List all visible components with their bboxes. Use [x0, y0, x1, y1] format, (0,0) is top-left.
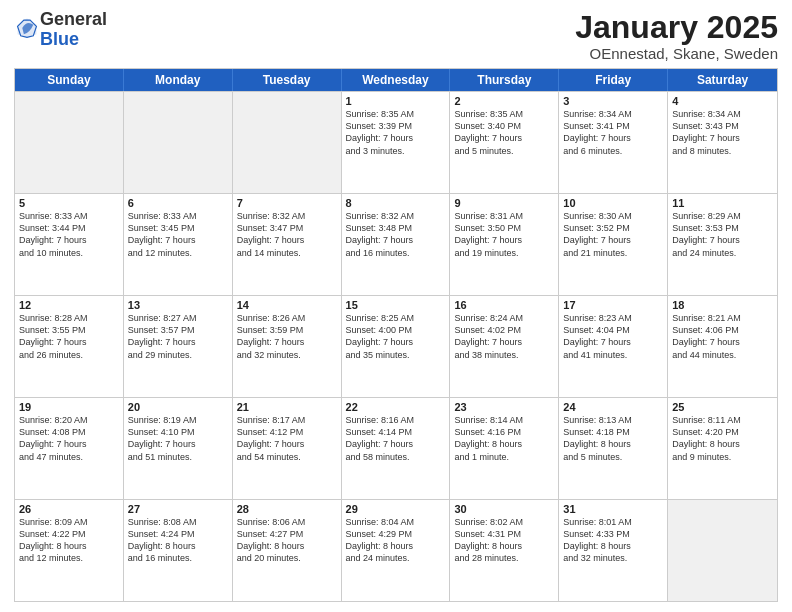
day-info: Sunrise: 8:11 AM Sunset: 4:20 PM Dayligh… — [672, 414, 773, 463]
day-number: 17 — [563, 299, 663, 311]
day-cell-22: 22Sunrise: 8:16 AM Sunset: 4:14 PM Dayli… — [342, 398, 451, 499]
day-number: 20 — [128, 401, 228, 413]
logo: General Blue — [14, 10, 107, 50]
day-number: 28 — [237, 503, 337, 515]
day-number: 25 — [672, 401, 773, 413]
day-number: 1 — [346, 95, 446, 107]
day-number: 30 — [454, 503, 554, 515]
day-info: Sunrise: 8:20 AM Sunset: 4:08 PM Dayligh… — [19, 414, 119, 463]
day-cell-26: 26Sunrise: 8:09 AM Sunset: 4:22 PM Dayli… — [15, 500, 124, 601]
day-cell-28: 28Sunrise: 8:06 AM Sunset: 4:27 PM Dayli… — [233, 500, 342, 601]
day-info: Sunrise: 8:08 AM Sunset: 4:24 PM Dayligh… — [128, 516, 228, 565]
day-info: Sunrise: 8:16 AM Sunset: 4:14 PM Dayligh… — [346, 414, 446, 463]
dow-cell-monday: Monday — [124, 69, 233, 91]
day-cell-2: 2Sunrise: 8:35 AM Sunset: 3:40 PM Daylig… — [450, 92, 559, 193]
dow-cell-saturday: Saturday — [668, 69, 777, 91]
day-cell-19: 19Sunrise: 8:20 AM Sunset: 4:08 PM Dayli… — [15, 398, 124, 499]
weeks: 1Sunrise: 8:35 AM Sunset: 3:39 PM Daylig… — [15, 91, 777, 601]
header: General Blue January 2025 OEnnestad, Ska… — [14, 10, 778, 62]
day-cell-empty — [668, 500, 777, 601]
day-number: 18 — [672, 299, 773, 311]
day-info: Sunrise: 8:33 AM Sunset: 3:45 PM Dayligh… — [128, 210, 228, 259]
day-number: 7 — [237, 197, 337, 209]
day-cell-7: 7Sunrise: 8:32 AM Sunset: 3:47 PM Daylig… — [233, 194, 342, 295]
day-cell-11: 11Sunrise: 8:29 AM Sunset: 3:53 PM Dayli… — [668, 194, 777, 295]
day-number: 5 — [19, 197, 119, 209]
dow-cell-thursday: Thursday — [450, 69, 559, 91]
day-number: 10 — [563, 197, 663, 209]
cal-subtitle: OEnnestad, Skane, Sweden — [575, 45, 778, 62]
day-info: Sunrise: 8:14 AM Sunset: 4:16 PM Dayligh… — [454, 414, 554, 463]
day-cell-empty — [124, 92, 233, 193]
day-info: Sunrise: 8:02 AM Sunset: 4:31 PM Dayligh… — [454, 516, 554, 565]
day-number: 19 — [19, 401, 119, 413]
day-info: Sunrise: 8:28 AM Sunset: 3:55 PM Dayligh… — [19, 312, 119, 361]
day-number: 2 — [454, 95, 554, 107]
day-info: Sunrise: 8:17 AM Sunset: 4:12 PM Dayligh… — [237, 414, 337, 463]
day-info: Sunrise: 8:27 AM Sunset: 3:57 PM Dayligh… — [128, 312, 228, 361]
day-number: 24 — [563, 401, 663, 413]
day-info: Sunrise: 8:32 AM Sunset: 3:48 PM Dayligh… — [346, 210, 446, 259]
dow-cell-tuesday: Tuesday — [233, 69, 342, 91]
dow-cell-wednesday: Wednesday — [342, 69, 451, 91]
day-info: Sunrise: 8:21 AM Sunset: 4:06 PM Dayligh… — [672, 312, 773, 361]
day-number: 4 — [672, 95, 773, 107]
day-cell-23: 23Sunrise: 8:14 AM Sunset: 4:16 PM Dayli… — [450, 398, 559, 499]
day-number: 16 — [454, 299, 554, 311]
day-cell-1: 1Sunrise: 8:35 AM Sunset: 3:39 PM Daylig… — [342, 92, 451, 193]
day-cell-25: 25Sunrise: 8:11 AM Sunset: 4:20 PM Dayli… — [668, 398, 777, 499]
day-info: Sunrise: 8:29 AM Sunset: 3:53 PM Dayligh… — [672, 210, 773, 259]
day-cell-24: 24Sunrise: 8:13 AM Sunset: 4:18 PM Dayli… — [559, 398, 668, 499]
day-cell-31: 31Sunrise: 8:01 AM Sunset: 4:33 PM Dayli… — [559, 500, 668, 601]
day-number: 29 — [346, 503, 446, 515]
day-info: Sunrise: 8:35 AM Sunset: 3:40 PM Dayligh… — [454, 108, 554, 157]
day-cell-30: 30Sunrise: 8:02 AM Sunset: 4:31 PM Dayli… — [450, 500, 559, 601]
day-number: 15 — [346, 299, 446, 311]
day-cell-13: 13Sunrise: 8:27 AM Sunset: 3:57 PM Dayli… — [124, 296, 233, 397]
day-cell-27: 27Sunrise: 8:08 AM Sunset: 4:24 PM Dayli… — [124, 500, 233, 601]
day-cell-14: 14Sunrise: 8:26 AM Sunset: 3:59 PM Dayli… — [233, 296, 342, 397]
day-number: 26 — [19, 503, 119, 515]
day-info: Sunrise: 8:04 AM Sunset: 4:29 PM Dayligh… — [346, 516, 446, 565]
day-cell-3: 3Sunrise: 8:34 AM Sunset: 3:41 PM Daylig… — [559, 92, 668, 193]
day-info: Sunrise: 8:06 AM Sunset: 4:27 PM Dayligh… — [237, 516, 337, 565]
logo-text: General Blue — [40, 10, 107, 50]
day-info: Sunrise: 8:25 AM Sunset: 4:00 PM Dayligh… — [346, 312, 446, 361]
day-cell-21: 21Sunrise: 8:17 AM Sunset: 4:12 PM Dayli… — [233, 398, 342, 499]
day-cell-29: 29Sunrise: 8:04 AM Sunset: 4:29 PM Dayli… — [342, 500, 451, 601]
day-number: 13 — [128, 299, 228, 311]
logo-blue: Blue — [40, 29, 79, 49]
week-row-3: 19Sunrise: 8:20 AM Sunset: 4:08 PM Dayli… — [15, 397, 777, 499]
week-row-4: 26Sunrise: 8:09 AM Sunset: 4:22 PM Dayli… — [15, 499, 777, 601]
day-cell-4: 4Sunrise: 8:34 AM Sunset: 3:43 PM Daylig… — [668, 92, 777, 193]
day-cell-5: 5Sunrise: 8:33 AM Sunset: 3:44 PM Daylig… — [15, 194, 124, 295]
day-number: 14 — [237, 299, 337, 311]
day-cell-10: 10Sunrise: 8:30 AM Sunset: 3:52 PM Dayli… — [559, 194, 668, 295]
day-info: Sunrise: 8:32 AM Sunset: 3:47 PM Dayligh… — [237, 210, 337, 259]
day-number: 27 — [128, 503, 228, 515]
cal-title: January 2025 — [575, 10, 778, 45]
day-number: 8 — [346, 197, 446, 209]
dow-cell-sunday: Sunday — [15, 69, 124, 91]
day-cell-empty — [233, 92, 342, 193]
day-number: 31 — [563, 503, 663, 515]
day-info: Sunrise: 8:34 AM Sunset: 3:41 PM Dayligh… — [563, 108, 663, 157]
day-cell-8: 8Sunrise: 8:32 AM Sunset: 3:48 PM Daylig… — [342, 194, 451, 295]
day-cell-20: 20Sunrise: 8:19 AM Sunset: 4:10 PM Dayli… — [124, 398, 233, 499]
week-row-1: 5Sunrise: 8:33 AM Sunset: 3:44 PM Daylig… — [15, 193, 777, 295]
day-number: 12 — [19, 299, 119, 311]
day-number: 9 — [454, 197, 554, 209]
week-row-2: 12Sunrise: 8:28 AM Sunset: 3:55 PM Dayli… — [15, 295, 777, 397]
day-info: Sunrise: 8:19 AM Sunset: 4:10 PM Dayligh… — [128, 414, 228, 463]
logo-general: General — [40, 9, 107, 29]
day-number: 23 — [454, 401, 554, 413]
day-info: Sunrise: 8:35 AM Sunset: 3:39 PM Dayligh… — [346, 108, 446, 157]
day-info: Sunrise: 8:13 AM Sunset: 4:18 PM Dayligh… — [563, 414, 663, 463]
day-info: Sunrise: 8:30 AM Sunset: 3:52 PM Dayligh… — [563, 210, 663, 259]
day-info: Sunrise: 8:24 AM Sunset: 4:02 PM Dayligh… — [454, 312, 554, 361]
dow-row: SundayMondayTuesdayWednesdayThursdayFrid… — [15, 69, 777, 91]
day-number: 6 — [128, 197, 228, 209]
day-cell-16: 16Sunrise: 8:24 AM Sunset: 4:02 PM Dayli… — [450, 296, 559, 397]
calendar: SundayMondayTuesdayWednesdayThursdayFrid… — [14, 68, 778, 602]
page: General Blue January 2025 OEnnestad, Ska… — [0, 0, 792, 612]
